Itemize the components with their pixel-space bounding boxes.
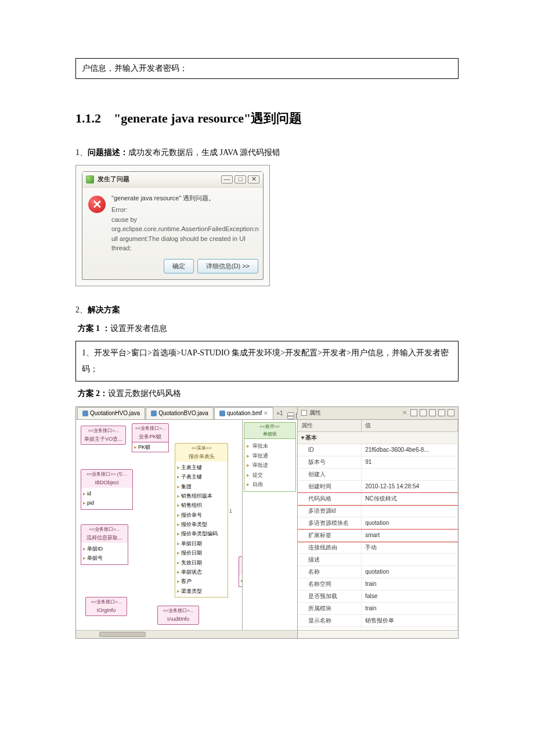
property-row[interactable]: 显示名称销售报价单 bbox=[298, 615, 458, 627]
property-row[interactable]: 描述 bbox=[298, 554, 458, 566]
error-dialog-screenshot: 发生了问题 — □ ✕ ✕ "generate java resource" 遇… bbox=[75, 165, 270, 286]
property-row[interactable]: 是否预加载false bbox=[298, 591, 458, 603]
property-value: quotation bbox=[362, 517, 458, 529]
error-icon: ✕ bbox=[88, 196, 106, 213]
property-key: 创建人 bbox=[298, 469, 362, 480]
property-row[interactable]: 名称空间train bbox=[298, 578, 458, 591]
property-row[interactable]: 扩展标签smart bbox=[298, 530, 458, 542]
plan1-steps-text: 1、开发平台>窗口>首选项>UAP-STUDIO 集成开发环境>开发配置>开发者… bbox=[82, 348, 449, 373]
property-row[interactable]: 多语资源id bbox=[298, 505, 458, 517]
dialog-line-1: cause by bbox=[111, 215, 259, 225]
property-key: 显示名称 bbox=[298, 615, 362, 627]
enum-item[interactable]: ▸自由 bbox=[246, 480, 294, 489]
property-key: 多语资源id bbox=[298, 505, 362, 517]
pane-minimize-icon[interactable]: — bbox=[287, 412, 294, 419]
property-row[interactable]: 连接线路由手动 bbox=[298, 542, 458, 554]
toolbar-icon-4[interactable] bbox=[438, 409, 445, 416]
editor-pane: QuotationHVO.java QuotationBVO.java quot… bbox=[76, 407, 298, 638]
properties-pane: 属性 ✕ 属性 值 ▾ 基本 ID21f6dbac-3600-4be6-8...… bbox=[298, 407, 458, 638]
property-row[interactable]: 所属模块train bbox=[298, 603, 458, 615]
property-key: 扩展标签 bbox=[298, 530, 362, 541]
uml-iorginfo-box[interactable]: <<业务接口>...IOrgInfo bbox=[85, 597, 127, 616]
plan2-text: 设置元数据代码风格 bbox=[108, 389, 181, 398]
uml-pk-lock[interactable]: ▸PK锁 bbox=[132, 442, 169, 452]
entity-field: ▸失效日期 bbox=[177, 558, 226, 567]
plan1-line: 方案 1 ：设置开发者信息 bbox=[75, 322, 459, 335]
toolbar-icon-3[interactable] bbox=[429, 409, 436, 416]
enum-item[interactable]: ▸审批未 bbox=[246, 441, 294, 451]
properties-close-icon[interactable]: ✕ bbox=[402, 408, 407, 417]
enum-item[interactable]: ▸提交 bbox=[246, 470, 294, 480]
property-row[interactable]: 名称quotation bbox=[298, 566, 458, 578]
property-value: 91 bbox=[362, 456, 458, 468]
uml-ibdobject-box[interactable]: <<业务接口>> (引...IBDObject bbox=[81, 469, 133, 488]
property-row[interactable]: 多语资源模块名quotation bbox=[298, 517, 458, 530]
property-value: 销售报价单 bbox=[362, 615, 458, 627]
enum-item[interactable]: ▸审批通 bbox=[246, 451, 294, 460]
uml-canvas[interactable]: <<业务接口>...单据主子VO查... <<业务接口>...业务PK锁 ▸PK… bbox=[76, 420, 242, 630]
uml-entity-header[interactable]: <<实体>>报价单表头 bbox=[175, 443, 228, 462]
solution-line: 2、解决方案 bbox=[75, 304, 459, 316]
properties-toolbar bbox=[410, 409, 454, 416]
maximize-button[interactable]: □ bbox=[234, 175, 246, 183]
editor-tab-1[interactable]: QuotationBVO.java bbox=[146, 407, 214, 419]
dialog-body: ✕ "generate java resource" 遇到问题。 Error: … bbox=[82, 188, 263, 255]
property-value: train bbox=[362, 603, 458, 614]
uml-flowinfo-box[interactable]: <<业务接口>...流程信息获取... bbox=[81, 524, 128, 543]
entity-field: ▸报价单类型编码 bbox=[177, 529, 226, 538]
uml-entity-fields: ▸主表主键▸子表主键▸集团▸销售组织版本▸销售组织▸报价单号▸报价单类型▸报价单… bbox=[175, 462, 228, 597]
scrollbar-thumb[interactable] bbox=[99, 632, 146, 637]
horizontal-scrollbar[interactable] bbox=[76, 630, 297, 638]
property-key: ID bbox=[298, 444, 362, 456]
uml-irow-box[interactable]: <<业务IRo bbox=[239, 556, 242, 575]
ok-button[interactable]: 确定 bbox=[164, 259, 194, 273]
property-row[interactable]: ID21f6dbac-3600-4be6-8... bbox=[298, 444, 458, 456]
property-row[interactable]: 版本号91 bbox=[298, 456, 458, 469]
dialog-message-header: "generate java resource" 遇到问题。 bbox=[111, 193, 259, 203]
entity-field: ▸单据状态 bbox=[177, 567, 226, 577]
tab-close-icon[interactable]: ✕ bbox=[264, 409, 268, 417]
field-icon: ▸ bbox=[134, 444, 137, 450]
toolbar-icon-5[interactable] bbox=[448, 409, 454, 416]
entity-field: ▸销售组织版本 bbox=[177, 491, 226, 501]
minimize-button[interactable]: — bbox=[221, 175, 233, 183]
uml-iauditinfo-box[interactable]: <<业务接口>...IAuditInfo bbox=[157, 606, 199, 625]
enum-item[interactable]: ▸审批进 bbox=[246, 460, 294, 470]
editor-tab-2[interactable]: quotation.bmf✕ bbox=[214, 407, 274, 419]
plan2-label: 方案 2： bbox=[78, 389, 109, 398]
enum-box-header[interactable]: <<枚举>> 单据状 bbox=[244, 422, 296, 440]
prop-col-key: 属性 bbox=[298, 420, 362, 431]
property-key: 代码风格 bbox=[298, 493, 362, 505]
entity-field: ▸报价单类型 bbox=[177, 520, 226, 529]
dialog-line-2: org.eclipse.core.runtime.AssertionFailed… bbox=[111, 224, 259, 234]
property-key: 连接线路由 bbox=[298, 542, 362, 553]
eclipse-screenshot: QuotationHVO.java QuotationBVO.java quot… bbox=[75, 406, 459, 639]
entity-field: ▸集团 bbox=[177, 482, 226, 491]
editor-tab-0[interactable]: QuotationHVO.java bbox=[77, 407, 145, 419]
plan1-label: 方案 1 ： bbox=[78, 324, 110, 333]
properties-footer bbox=[298, 630, 458, 638]
plan1-steps-box: 1、开发平台>窗口>首选项>UAP-STUDIO 集成开发环境>开发配置>开发者… bbox=[75, 341, 459, 381]
properties-table-header: 属性 值 bbox=[298, 420, 458, 432]
problem-label: 问题描述： bbox=[88, 148, 128, 157]
solution-label: 解决方案 bbox=[88, 305, 120, 314]
details-button[interactable]: 详细信息(D) >> bbox=[197, 259, 258, 273]
uml-interface-box-1[interactable]: <<业务接口>...单据主子VO查... bbox=[81, 426, 126, 445]
uml-interface-box-2[interactable]: <<业务接口>...业务PK锁 bbox=[132, 423, 169, 442]
property-row[interactable]: 创建时间2010-12-15 14:28:54 bbox=[298, 481, 458, 493]
property-key: 名称空间 bbox=[298, 578, 362, 590]
entity-field: ▸子表主键 bbox=[177, 472, 226, 481]
properties-section-basic[interactable]: ▾ 基本 bbox=[298, 432, 458, 444]
toolbar-icon-1[interactable] bbox=[410, 409, 417, 416]
toolbar-icon-2[interactable] bbox=[420, 409, 427, 416]
property-value: train bbox=[362, 578, 458, 590]
java-file-icon bbox=[82, 411, 88, 416]
property-row[interactable]: 代码风格NC传统样式 bbox=[298, 493, 458, 505]
tab-overflow[interactable]: »1 bbox=[274, 408, 285, 419]
property-row[interactable]: 创建人 bbox=[298, 469, 458, 481]
properties-tab-label[interactable]: 属性 bbox=[309, 408, 402, 417]
entity-field: ▸报价单号 bbox=[177, 510, 226, 520]
close-button[interactable]: ✕ bbox=[248, 175, 259, 183]
properties-view-icon bbox=[301, 410, 307, 416]
top-note-text: 户信息，并输入开发者密码； bbox=[82, 64, 187, 73]
